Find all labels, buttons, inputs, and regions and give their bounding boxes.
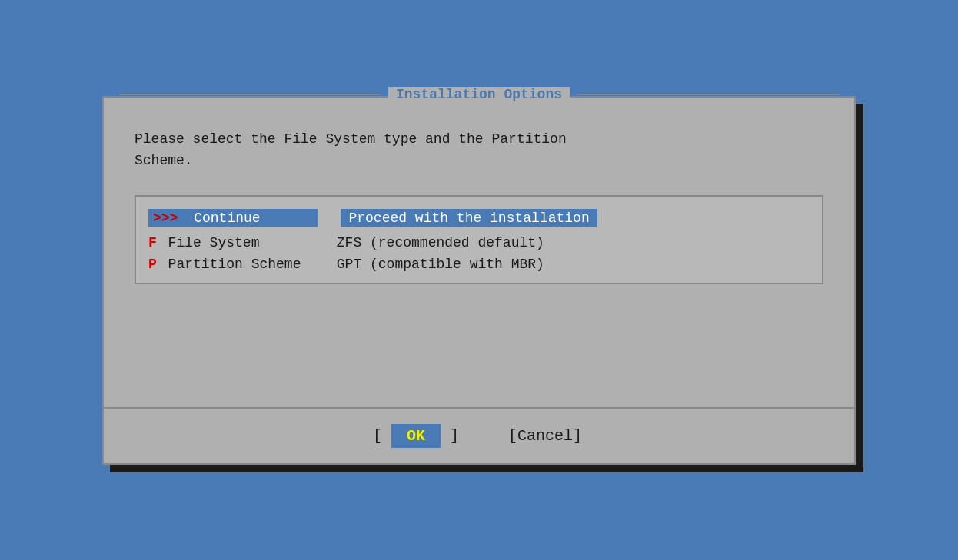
- options-list: >>> Continue Proceed with the installati…: [135, 195, 823, 284]
- ok-button[interactable]: OK: [391, 424, 441, 448]
- partition-label: Partition Scheme: [160, 257, 314, 272]
- continue-key: >>>: [148, 209, 182, 227]
- button-row: [ OK ] [Cancel]: [104, 407, 854, 463]
- dialog-shadow-container: Installation Options Please select the F…: [102, 96, 856, 465]
- dialog-title-bar: Installation Options: [104, 87, 854, 102]
- option-filesystem[interactable]: F File System ZFS (recommended default): [136, 232, 822, 253]
- option-continue[interactable]: >>> Continue Proceed with the installati…: [136, 204, 822, 232]
- ok-button-wrapper: [ OK ]: [373, 424, 459, 448]
- dialog-box: Installation Options Please select the F…: [102, 96, 856, 465]
- fs-key: F: [148, 235, 157, 250]
- title-line-right: [577, 94, 839, 95]
- fs-label: File System: [160, 235, 314, 250]
- continue-value: Proceed with the installation: [341, 209, 597, 227]
- description-text: Please select the File System type and t…: [135, 128, 823, 173]
- dialog-title: Installation Options: [388, 87, 570, 102]
- partition-key: P: [148, 257, 157, 272]
- title-line-left: [119, 94, 381, 95]
- partition-value: GPT (compatible with MBR): [337, 257, 544, 272]
- dialog-content: Please select the File System type and t…: [104, 98, 854, 323]
- fs-value: ZFS (recommended default): [337, 235, 544, 250]
- cancel-button[interactable]: [Cancel]: [505, 424, 585, 448]
- description-line2: Scheme.: [135, 153, 193, 168]
- description-line1: Please select the File System type and t…: [135, 131, 567, 147]
- continue-label: Continue: [182, 209, 318, 227]
- option-partition[interactable]: P Partition Scheme GPT (compatible with …: [136, 253, 822, 275]
